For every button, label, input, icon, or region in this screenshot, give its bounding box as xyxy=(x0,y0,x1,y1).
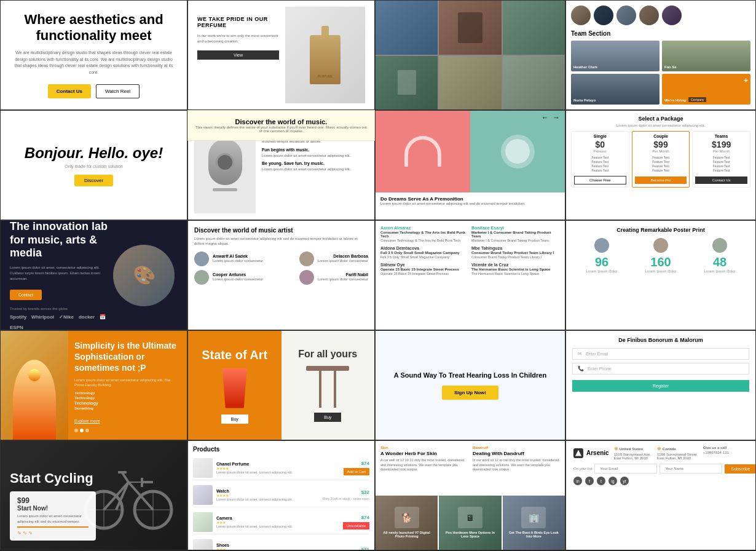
next-arrow[interactable]: → xyxy=(553,113,560,122)
state-panel: State of Art Buy xyxy=(188,331,282,440)
twitter-icon[interactable]: t xyxy=(597,477,605,485)
product-price-4: $71 xyxy=(361,547,369,551)
card-perfume: WE TAKE PRIDE IN OUR PERFUME In our work… xyxy=(187,0,375,110)
team-member-1-name: Heather Clark xyxy=(573,65,597,69)
stat-avatar-1 xyxy=(594,238,609,253)
your-email-input[interactable] xyxy=(594,464,657,474)
product-thumb-3 xyxy=(193,512,213,532)
article-title-6: The Hermanos Basic Scientist is Long Spa… xyxy=(471,268,560,271)
article-role-1: Consumer Technology & The Arts Inc Bold … xyxy=(380,239,469,242)
artist-avatar-3 xyxy=(194,270,209,285)
bonjour-subtitle: Only made for custom solution xyxy=(65,164,123,168)
add-product-1-button[interactable]: Add to Cart xyxy=(344,468,369,475)
dot-3 xyxy=(85,429,89,432)
photo-6 xyxy=(503,56,565,110)
stool-shape xyxy=(306,366,349,408)
unavailable-product-3-button[interactable]: Unavailable xyxy=(343,522,369,529)
explore-more-button[interactable]: Explore more xyxy=(74,419,100,423)
choose-free-button[interactable]: Choose Free xyxy=(574,176,626,184)
dot-2 xyxy=(80,429,84,432)
card-bonjour: Bonjour. Hello. oye! Only made for custo… xyxy=(0,110,187,220)
headphone-desc: Lorem ipsum dolor sit amet consectetur a… xyxy=(380,202,560,205)
phone-field[interactable]: 📞 Enter Phone xyxy=(572,363,749,375)
package-couple: Couple $99 Per Month Feature Test Featur… xyxy=(632,131,690,188)
brand-docker: docker xyxy=(79,314,95,320)
email-field[interactable]: ✉ Enter Email xyxy=(572,348,749,360)
register-button[interactable]: Register xyxy=(572,380,749,392)
hearing-title: A Sound Way To Treat Hearing Loss In Chi… xyxy=(394,371,546,379)
product-thumb-1 xyxy=(193,458,213,478)
product-desc-1: Lorem ipsum dolor sit amet, consect adip… xyxy=(216,470,340,474)
pkg-single-name: Single xyxy=(574,134,626,138)
contact-us-pkg-button[interactable]: Contact Us xyxy=(695,176,747,184)
headphone-nav: ← → xyxy=(541,113,560,122)
signup-button[interactable]: Sign Up Now! xyxy=(442,386,498,400)
photo-2 xyxy=(439,1,501,55)
for-buy-button[interactable]: Buy xyxy=(314,413,341,422)
blog-col-left: Aaron Almaraz Consumer Technology & The … xyxy=(380,226,469,325)
become-pro-button[interactable]: Become Pro xyxy=(635,176,687,184)
stat-label-1: Lorem Ipsum Dolor xyxy=(586,269,617,273)
watch-reel-button[interactable]: Watch Reel xyxy=(96,84,140,98)
avatar-2 xyxy=(594,6,613,25)
your-name-input[interactable] xyxy=(660,464,722,474)
pkg-teams-period: Per Month xyxy=(695,149,747,153)
perfume-view-button[interactable]: View xyxy=(197,50,279,60)
product-stars-3: ★★★ xyxy=(216,520,339,525)
cycling-divider xyxy=(17,526,89,528)
photo-1 xyxy=(376,1,438,55)
on-your-list-label: On your list xyxy=(573,467,592,470)
article-role-2: Marketer I & Consumer Brand Taking Produ… xyxy=(471,239,560,242)
product-row-3: Camera ★★★ Lorem ipsum dolor sit amet, c… xyxy=(193,510,369,534)
headphone-icon-right xyxy=(501,135,535,168)
article-title-5: Operate 15 Basic 15 Integrate Street Pro… xyxy=(380,268,469,271)
email-icon: ✉ xyxy=(578,351,582,357)
stat-num-3: 48 xyxy=(704,255,735,269)
article-title-4: Consumer Brand Today Product Team Librar… xyxy=(471,251,560,255)
social-links: in f t ig yt xyxy=(573,477,748,485)
card-register: De Finibus Bonorum & Malorum ✉ Enter Ema… xyxy=(565,330,756,440)
herb-article: Skin A Wonder Herb For Skin A car well s… xyxy=(380,446,468,490)
innovation-contact-button[interactable]: Contact xyxy=(10,290,42,300)
register-title: De Finibus Bonorum & Malorum xyxy=(572,337,749,343)
team-card-3: Nuria Pelayo xyxy=(571,74,660,105)
perfume-desc: In our work we're to aim only the most c… xyxy=(197,33,279,44)
linkedin-icon[interactable]: in xyxy=(573,477,582,485)
photo-4 xyxy=(376,56,438,110)
photo-caption-1: All newly launched V7 Digital Photo Prin… xyxy=(379,531,435,538)
products-title: Products xyxy=(193,446,369,453)
product-row-1: Chanel Perfume ★★★★ Lorem ipsum dolor si… xyxy=(193,456,369,480)
avatar-1 xyxy=(571,6,591,25)
artist-avatar-2 xyxy=(299,252,314,266)
youtube-icon[interactable]: yt xyxy=(620,477,629,485)
herb-title: A Wonder Herb For Skin xyxy=(380,451,468,456)
team-card-4: + We're Hiring Company xyxy=(662,74,750,105)
pkg-couple-price: $99 xyxy=(635,140,687,149)
footer-logo-icon xyxy=(573,448,583,458)
product-name-2: Watch xyxy=(216,489,319,493)
dandruff-desc: In our work sit 12 to call only the most… xyxy=(473,458,560,472)
facebook-icon[interactable]: f xyxy=(585,477,594,485)
brand-calendar: 📅 xyxy=(100,314,106,320)
discover-music-banner: Discover the world of music. This music … xyxy=(187,110,375,141)
state-buy-button[interactable]: Buy xyxy=(221,414,248,424)
brand-nike: ✓Nike xyxy=(59,314,74,320)
product-stock-2: Only 3 left in stock - order soon xyxy=(323,497,369,501)
article-author-6: Vicente de la Cruz xyxy=(471,263,560,267)
contact-us-button[interactable]: Contact Us xyxy=(48,84,91,98)
article-title-1: Consumer Technology & The Arts Inc Bold … xyxy=(380,231,469,238)
instagram-icon[interactable]: ig xyxy=(608,477,617,485)
artists-desc: Lorem ipsum dolor sit amet consectetur a… xyxy=(194,236,368,247)
dandruff-article: Dandruff Dealing With Dandruff In our wo… xyxy=(473,446,560,490)
article-title-2: Marketer I & Consumer Brand Taking Produ… xyxy=(471,231,560,238)
perfume-image: PERFUME xyxy=(285,7,365,103)
discover-button[interactable]: Discover xyxy=(74,175,113,186)
subscribe-button[interactable]: Subscribe xyxy=(725,464,756,474)
prev-arrow[interactable]: ← xyxy=(541,113,549,122)
card-products: Products Chanel Perfume ★★★★ Lorem ipsum… xyxy=(187,440,375,550)
stat-num-2: 160 xyxy=(645,255,676,269)
stat-item-2: 160 Lorem Ipsum Dolor xyxy=(645,238,676,273)
card-innovation: The innovation lab for music, arts & med… xyxy=(0,220,187,330)
artist-avatar-4 xyxy=(299,270,314,285)
avatar-4 xyxy=(639,6,659,25)
